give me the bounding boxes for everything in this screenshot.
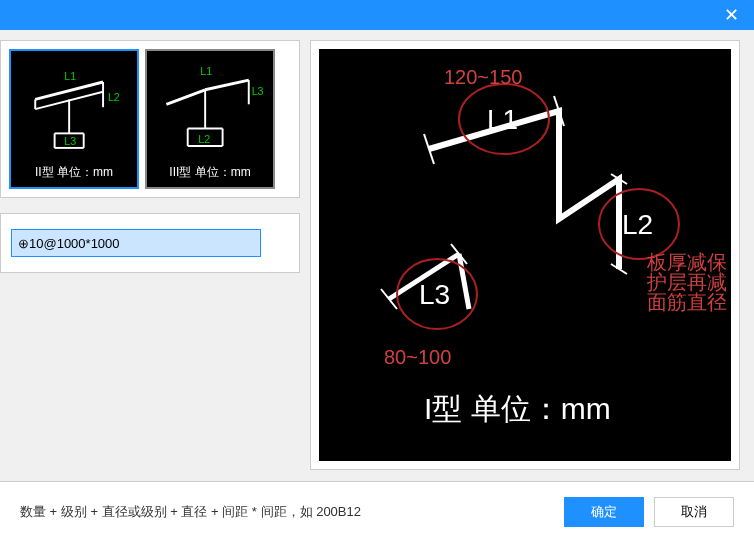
- svg-text:L3: L3: [64, 135, 76, 147]
- footer: 数量 + 级别 + 直径或级别 + 直径 + 间距 * 间距，如 200B12 …: [0, 481, 754, 541]
- thumbnails-panel: L1 L2 L3 II型 单位：mm L1 L3: [0, 40, 300, 198]
- svg-line-0: [35, 82, 103, 99]
- thumb-label: II型 单位：mm: [11, 164, 137, 181]
- svg-text:面筋直径: 面筋直径: [647, 291, 727, 313]
- svg-line-12: [166, 90, 205, 105]
- svg-line-29: [381, 289, 397, 309]
- svg-text:L2: L2: [108, 91, 120, 103]
- svg-line-13: [205, 80, 249, 90]
- svg-line-24: [459, 254, 469, 309]
- svg-text:L3: L3: [252, 85, 264, 97]
- svg-text:板厚减保: 板厚减保: [646, 251, 727, 273]
- ok-button[interactable]: 确定: [564, 497, 644, 527]
- rebar-spec-input[interactable]: [11, 229, 261, 257]
- svg-text:120~150: 120~150: [444, 66, 522, 88]
- svg-text:L1: L1: [64, 70, 76, 82]
- titlebar: ✕: [0, 0, 754, 30]
- svg-text:L2: L2: [622, 209, 653, 240]
- cancel-button[interactable]: 取消: [654, 497, 734, 527]
- preview-canvas: 120~150 L1 L2 L3 80~100 板厚减保 护层再减 面筋直径 I…: [319, 49, 731, 461]
- svg-text:L1: L1: [487, 104, 518, 135]
- format-hint: 数量 + 级别 + 直径或级别 + 直径 + 间距 * 间距，如 200B12: [20, 503, 361, 521]
- thumb-label: III型 单位：mm: [147, 164, 273, 181]
- svg-text:L2: L2: [198, 133, 210, 145]
- preview-panel: 120~150 L1 L2 L3 80~100 板厚减保 护层再减 面筋直径 I…: [310, 40, 740, 470]
- svg-text:护层再减: 护层再减: [646, 271, 727, 293]
- input-panel: [0, 213, 300, 273]
- svg-text:L1: L1: [200, 65, 212, 77]
- svg-text:L3: L3: [419, 279, 450, 310]
- svg-text:80~100: 80~100: [384, 346, 451, 368]
- left-column: L1 L2 L3 II型 单位：mm L1 L3: [0, 40, 300, 470]
- close-button[interactable]: ✕: [709, 0, 754, 30]
- content: L1 L2 L3 II型 单位：mm L1 L3: [0, 30, 754, 470]
- thumb-type-3[interactable]: L1 L3 L2 III型 单位：mm: [145, 49, 275, 189]
- thumb-type-2[interactable]: L1 L2 L3 II型 单位：mm: [9, 49, 139, 189]
- footer-buttons: 确定 取消: [564, 497, 734, 527]
- svg-text:I型 单位：mm: I型 单位：mm: [424, 392, 611, 425]
